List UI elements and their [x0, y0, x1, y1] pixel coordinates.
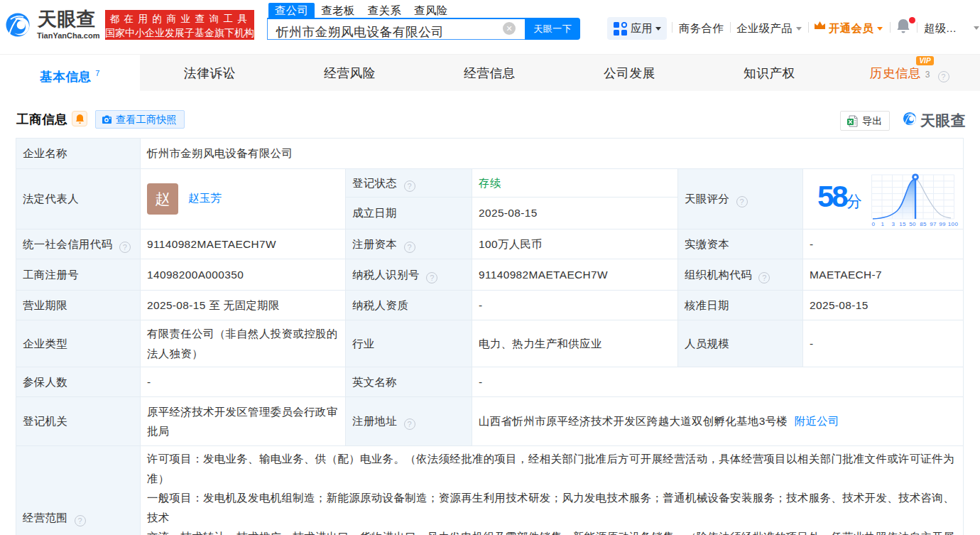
svg-text:85: 85	[920, 221, 927, 227]
svg-text:0: 0	[872, 221, 876, 227]
svg-text:15: 15	[899, 221, 906, 227]
svg-text:97: 97	[930, 221, 937, 227]
svg-text:100: 100	[948, 221, 959, 227]
svg-text:3: 3	[892, 221, 895, 227]
svg-text:1: 1	[881, 221, 885, 227]
svg-text:99: 99	[939, 221, 946, 227]
svg-text:50: 50	[909, 221, 916, 227]
